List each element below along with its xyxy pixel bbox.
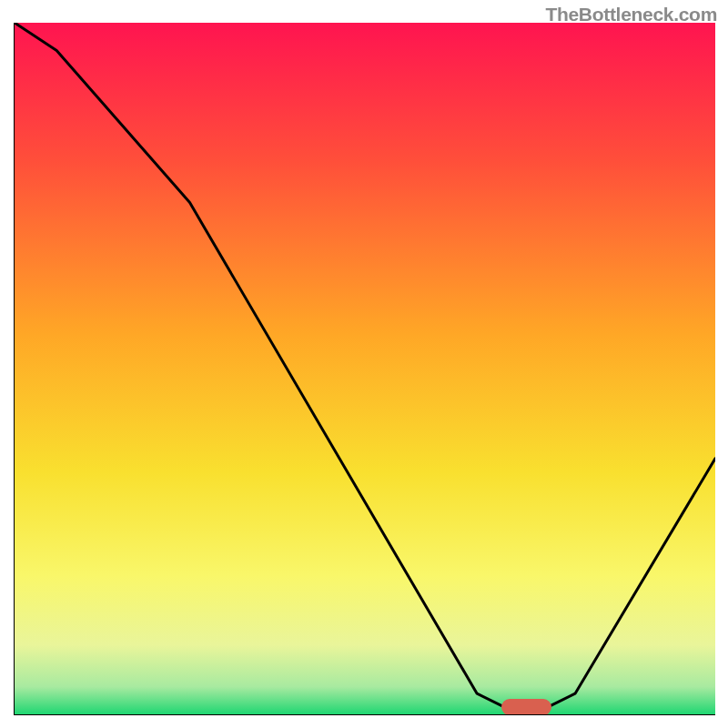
curve-layer <box>15 23 715 714</box>
bottleneck-curve-path <box>15 23 715 707</box>
plot-area <box>14 23 715 715</box>
optimum-marker <box>501 699 551 715</box>
bottleneck-chart: TheBottleneck.com <box>0 0 728 728</box>
